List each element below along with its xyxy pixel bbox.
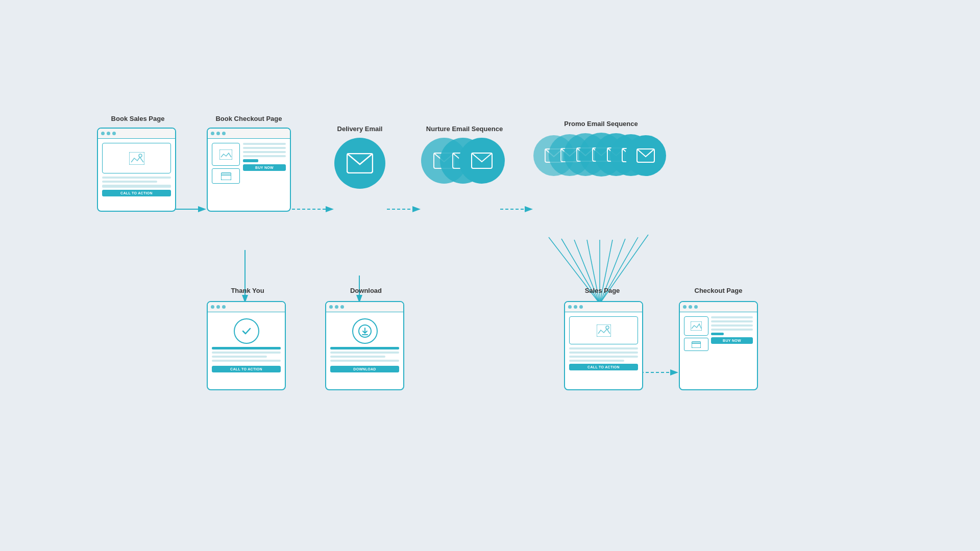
checkout-left	[212, 143, 240, 184]
nurture-circles	[421, 138, 505, 189]
browser-titlebar-4	[326, 302, 403, 312]
book-checkout-page-label: Book Checkout Page	[207, 115, 291, 122]
browser-content-6: BUY NOW	[680, 312, 757, 355]
svg-point-34	[606, 326, 609, 329]
sales-page-cta: CALL TO ACTION	[102, 190, 171, 196]
checkout-bottom-left	[684, 316, 708, 351]
browser-titlebar-2	[208, 129, 290, 139]
checkout-image	[212, 143, 240, 166]
check-icon	[234, 318, 259, 344]
checkout-bottom-right: BUY NOW	[711, 316, 753, 351]
checkout-right: BUY NOW	[243, 143, 286, 184]
cline3	[243, 151, 286, 153]
download-label: Download	[335, 287, 397, 294]
svg-rect-19	[219, 149, 232, 160]
book-sales-page-label: Book Sales Page	[97, 115, 179, 122]
promo-email-label: Promo Email Sequence	[533, 120, 669, 128]
dot6	[222, 132, 226, 135]
checkout-buy-btn: BUY NOW	[243, 164, 286, 171]
promo-email-group: Promo Email Sequence	[533, 133, 669, 189]
download-form-lines	[330, 347, 399, 364]
dot5	[216, 132, 220, 135]
download-icon	[352, 318, 378, 344]
dot3	[112, 132, 116, 135]
svg-point-18	[139, 154, 142, 157]
thankyou-cta: CALL TO ACTION	[212, 366, 281, 372]
nurture-email-group: Nurture Email Sequence	[421, 138, 505, 189]
download-btn: DOWNLOAD	[330, 366, 399, 372]
line2	[102, 181, 157, 183]
dot4	[211, 132, 214, 135]
browser-titlebar-1	[98, 129, 175, 139]
thank-you-label: Thank You	[217, 287, 278, 294]
browser-content-5: CALL TO ACTION	[565, 312, 642, 374]
dot2	[107, 132, 110, 135]
sales-page-bottom-image	[569, 316, 638, 344]
cline2	[243, 147, 286, 149]
sales-page-label: Sales Page	[569, 287, 635, 294]
cline1	[243, 143, 286, 145]
browser-content-2: BUY NOW	[208, 139, 290, 188]
svg-rect-17	[129, 152, 144, 165]
cline4	[243, 155, 286, 157]
browser-titlebar-3	[208, 302, 285, 312]
checkout-page-label: Checkout Page	[679, 287, 758, 294]
browser-content-1: CALL TO ACTION	[98, 139, 175, 201]
thankyou-lines	[212, 347, 281, 364]
cline5	[243, 159, 258, 162]
thank-you-browser: CALL TO ACTION	[207, 301, 286, 390]
book-sales-page-browser: CALL TO ACTION	[97, 128, 176, 212]
line3	[102, 185, 171, 188]
browser-content-3: CALL TO ACTION	[208, 312, 285, 377]
browser-titlebar-5	[565, 302, 642, 312]
delivery-email-label: Delivery Email	[324, 125, 396, 133]
checkout-icon-box	[212, 168, 240, 184]
flow-wrapper: Book Sales Page	[56, 102, 924, 459]
nurture-circle-3	[459, 138, 505, 184]
book-checkout-browser: BUY NOW	[207, 128, 291, 212]
download-browser: DOWNLOAD	[325, 301, 404, 390]
dot1	[101, 132, 105, 135]
svg-rect-20	[221, 173, 231, 180]
diagram-container: Book Sales Page	[0, 0, 980, 551]
sales-page-bottom-browser: CALL TO ACTION	[564, 301, 643, 390]
nurture-email-label: Nurture Email Sequence	[416, 125, 513, 133]
browser-titlebar-6	[680, 302, 757, 312]
promo-circles	[533, 133, 669, 189]
sales-page-bottom-cta: CALL TO ACTION	[569, 364, 638, 370]
delivery-email-group: Delivery Email	[334, 138, 385, 189]
browser-content-4: DOWNLOAD	[326, 312, 403, 377]
delivery-email-circle	[334, 138, 385, 189]
sales-image-placeholder	[102, 143, 171, 173]
checkout-page-bottom-browser: BUY NOW	[679, 301, 758, 390]
checkout-bottom-buy-btn: BUY NOW	[711, 337, 753, 344]
line1	[102, 177, 171, 179]
svg-rect-36	[692, 342, 701, 348]
